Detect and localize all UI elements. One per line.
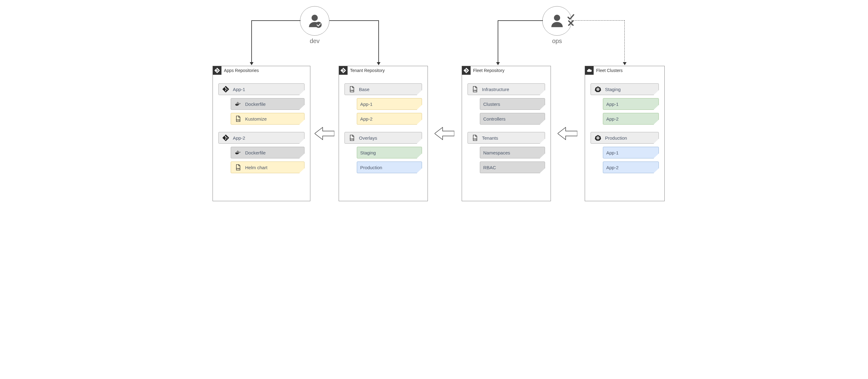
panel-title: Fleet Repository <box>473 68 504 73</box>
chip-label: Staging <box>360 150 376 155</box>
chip-label: Production <box>360 165 382 170</box>
chip-label: Base <box>359 87 369 92</box>
chip-label: App-1 <box>606 150 619 155</box>
docker-icon <box>234 100 242 108</box>
git-icon <box>222 134 230 142</box>
yaml-icon: YAML <box>348 85 356 93</box>
git-icon <box>222 85 230 93</box>
file-app-1: App-1 <box>357 98 422 110</box>
folder-infrastructure: YAML Infrastructure <box>467 83 545 95</box>
panel-header: Apps Repositories <box>213 66 310 75</box>
folder-base: YAML Base <box>344 83 422 95</box>
file-app-2: App-2 <box>357 113 422 125</box>
cluster-staging: Staging <box>591 83 659 95</box>
repo-app-1: App-1 <box>218 83 305 95</box>
svg-point-2 <box>554 15 560 21</box>
git-icon <box>339 66 347 75</box>
item-clusters: Clusters <box>480 98 545 110</box>
app-1: App-1 <box>603 147 659 158</box>
chip-label: Tenants <box>482 135 498 140</box>
item-namespaces: Namespaces <box>480 147 545 158</box>
panel-title: Fleet Clusters <box>596 68 623 73</box>
chip-label: App-2 <box>233 135 245 140</box>
actor-dev: dev <box>300 6 330 44</box>
chip-label: App-1 <box>606 101 619 107</box>
file-staging: Staging <box>357 147 422 158</box>
panel-header: Fleet Clusters <box>585 66 664 75</box>
svg-point-1 <box>316 22 322 28</box>
svg-text:YAML: YAML <box>236 119 240 121</box>
panel-header: Fleet Repository <box>462 66 551 75</box>
panel-title: Tenant Repository <box>350 68 385 73</box>
panel-header: Tenant Repository <box>339 66 428 75</box>
chip-label: Dockerfile <box>245 101 266 107</box>
svg-text:YAML: YAML <box>473 90 477 91</box>
panel-apps-repositories: Apps Repositories App-1 Dockerfile YAML <box>213 66 310 201</box>
git-icon <box>213 66 221 75</box>
chip-label: App-1 <box>233 87 245 92</box>
yaml-icon: YAML <box>471 85 479 93</box>
folder-tenants: YAML Tenants <box>467 132 545 144</box>
chip-label: Clusters <box>483 101 500 107</box>
chip-label: RBAC <box>483 165 496 170</box>
item-rbac: RBAC <box>480 161 545 173</box>
chip-label: Controllers <box>483 116 506 122</box>
repo-app-2: App-2 <box>218 132 305 144</box>
chip-label: Overlays <box>359 135 377 140</box>
app-1: App-1 <box>603 98 659 110</box>
yaml-icon: YAML <box>471 134 479 142</box>
chip-label: Namespaces <box>483 150 510 155</box>
panel-fleet-repository: Fleet Repository YAML Infrastructure Clu… <box>462 66 551 201</box>
docker-icon <box>234 149 242 157</box>
approve-reject-icon <box>567 13 580 26</box>
git-icon <box>462 66 471 75</box>
flow-arrow-left-icon <box>558 126 577 141</box>
chip-label: Kustomize <box>245 116 267 122</box>
file-helm-chart: YAML Helm chart <box>231 161 305 173</box>
kubernetes-icon <box>594 85 602 93</box>
flow-arrow-left-icon <box>435 126 454 141</box>
app-2: App-2 <box>603 161 659 173</box>
actor-ops: ops <box>542 6 572 44</box>
kubernetes-icon <box>594 134 602 142</box>
file-production: Production <box>357 161 422 173</box>
cloud-icon <box>585 66 594 75</box>
svg-text:YAML: YAML <box>236 168 240 169</box>
chip-label: Infrastructure <box>482 87 509 92</box>
chip-label: App-2 <box>360 116 372 122</box>
file-kustomize: YAML Kustomize <box>231 113 305 125</box>
flow-arrow-left-icon <box>315 126 334 141</box>
chip-label: App-2 <box>606 116 619 122</box>
panel-fleet-clusters: Fleet Clusters Staging App-1 App-2 Produ… <box>585 66 665 201</box>
svg-text:YAML: YAML <box>350 90 354 91</box>
yaml-icon: YAML <box>234 163 242 171</box>
panel-title: Apps Repositories <box>224 68 259 73</box>
item-controllers: Controllers <box>480 113 545 125</box>
svg-text:YAML: YAML <box>350 138 354 140</box>
svg-point-0 <box>312 15 318 21</box>
app-2: App-2 <box>603 113 659 125</box>
user-dev-icon <box>300 6 330 36</box>
svg-text:YAML: YAML <box>473 138 477 140</box>
chip-label: App-2 <box>606 165 619 170</box>
yaml-icon: YAML <box>234 115 242 123</box>
chip-label: Staging <box>605 87 621 92</box>
chip-label: App-1 <box>360 101 372 107</box>
panel-tenant-repository: Tenant Repository YAML Base App-1 App-2 … <box>339 66 428 201</box>
file-dockerfile: Dockerfile <box>231 98 305 110</box>
chip-label: Helm chart <box>245 165 268 170</box>
actor-dev-label: dev <box>310 37 319 44</box>
cluster-production: Production <box>591 132 659 144</box>
yaml-icon: YAML <box>348 134 356 142</box>
chip-label: Dockerfile <box>245 150 266 155</box>
file-dockerfile: Dockerfile <box>231 147 305 158</box>
actor-ops-label: ops <box>552 37 562 44</box>
folder-overlays: YAML Overlays <box>344 132 422 144</box>
chip-label: Production <box>605 135 627 140</box>
